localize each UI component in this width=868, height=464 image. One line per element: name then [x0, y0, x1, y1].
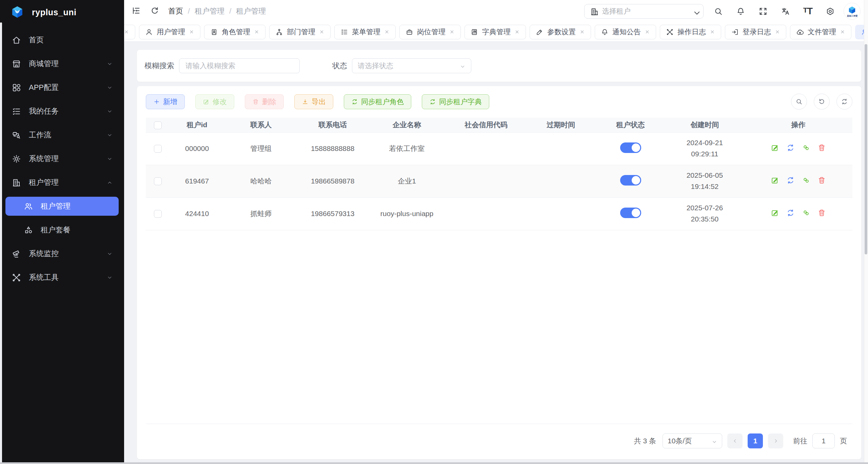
search-circle-button[interactable]: [791, 94, 807, 110]
cell-company: ruoy-plus-uniapp: [368, 197, 446, 230]
sidebar-item-label: 工作流: [29, 130, 107, 140]
toolbar-button-5[interactable]: 同步租户字典: [422, 94, 489, 109]
sidebar-item-4[interactable]: 工作流: [5, 125, 119, 144]
refresh-ccw-circle-button[interactable]: [814, 94, 830, 110]
tab-11[interactable]: 文件管理: [790, 25, 851, 39]
translate-button[interactable]: [781, 7, 790, 16]
page-size-select[interactable]: 10条/页: [663, 433, 722, 448]
dept-icon: [275, 28, 283, 36]
next-page-button[interactable]: [768, 433, 783, 448]
tenant-select-placeholder: 选择租户: [602, 6, 688, 16]
toolbar-button-2[interactable]: 删除: [245, 94, 284, 109]
tab-10[interactable]: 登录日志: [725, 25, 786, 39]
page-scrollbar-thumb[interactable]: [865, 44, 867, 254]
edit-icon[interactable]: [771, 143, 779, 152]
trash-icon[interactable]: [817, 176, 826, 185]
close-icon[interactable]: [645, 29, 650, 35]
close-icon[interactable]: [775, 29, 780, 35]
close-icon[interactable]: [840, 29, 845, 35]
page-unit-label: 页: [840, 436, 847, 446]
login-icon: [731, 28, 739, 36]
sidebar-item-8[interactable]: 系统工具: [5, 268, 119, 287]
fontsize-button[interactable]: TT: [803, 6, 812, 17]
sidebar-item-label: APP配置: [29, 82, 107, 93]
close-icon[interactable]: [319, 29, 324, 35]
refresh-icon[interactable]: [150, 6, 159, 15]
select-all-checkbox[interactable]: [154, 121, 162, 129]
tab-3[interactable]: 部门管理: [269, 25, 331, 39]
tab-0[interactable]: 我发起的: [124, 25, 135, 39]
toolbar-button-0[interactable]: 新增: [146, 94, 185, 109]
current-page-button[interactable]: 1: [748, 433, 763, 448]
row-checkbox[interactable]: [154, 145, 162, 153]
edit-icon[interactable]: [771, 176, 779, 185]
cell-contact: 抓蛙师: [224, 197, 298, 230]
tab-6[interactable]: 字典管理: [465, 25, 526, 39]
sidebar-scrollbar[interactable]: [0, 22, 2, 464]
chev-up-icon: [107, 180, 113, 186]
link-icon[interactable]: [802, 176, 810, 185]
row-checkbox[interactable]: [154, 177, 162, 185]
status-select[interactable]: 请选择状态: [352, 58, 471, 73]
tab-5[interactable]: 岗位管理: [399, 25, 461, 39]
breadcrumb-home[interactable]: 首页: [168, 6, 183, 16]
trash-icon[interactable]: [817, 143, 826, 152]
goto-page-input[interactable]: [812, 433, 835, 448]
tab-9[interactable]: 操作日志: [660, 25, 721, 39]
avatar[interactable]: 若依工作室: [844, 3, 861, 20]
close-icon[interactable]: [254, 29, 259, 35]
app-logo[interactable]: ryplus_uni: [0, 0, 124, 24]
sidebar-item-5[interactable]: 系统管理: [5, 149, 119, 168]
toolbar-button-1[interactable]: 修改: [195, 94, 234, 109]
close-icon[interactable]: [710, 29, 715, 35]
link-icon[interactable]: [802, 143, 810, 152]
expand-button[interactable]: [758, 7, 768, 16]
search-button[interactable]: [714, 7, 723, 16]
breadcrumb: 首页 / 租户管理 / 租户管理: [168, 6, 266, 16]
close-icon[interactable]: [189, 29, 194, 35]
sidebar-item-3[interactable]: 我的任务: [5, 102, 119, 121]
tab-8[interactable]: 通知公告: [595, 25, 656, 39]
tab-4[interactable]: 菜单管理: [334, 25, 396, 39]
bell-button[interactable]: [736, 7, 745, 16]
tab-7[interactable]: 参数设置: [530, 25, 591, 39]
sidebar-collapse-button[interactable]: [132, 6, 141, 17]
close-icon[interactable]: [384, 29, 390, 35]
status-toggle[interactable]: [620, 142, 641, 153]
sidebar-subitem-6-1[interactable]: 租户套餐: [5, 220, 119, 239]
sync-icon[interactable]: [786, 143, 795, 152]
close-icon[interactable]: [579, 29, 585, 35]
close-icon[interactable]: [124, 29, 129, 35]
sidebar-item-2[interactable]: APP配置: [5, 78, 119, 97]
status-toggle[interactable]: [620, 175, 641, 186]
tenant-select[interactable]: 选择租户: [584, 4, 704, 19]
tab-1[interactable]: 用户管理: [139, 25, 200, 39]
link-icon[interactable]: [802, 209, 810, 217]
toolbar-button-3[interactable]: 导出: [294, 94, 333, 109]
sidebar-item-0[interactable]: 首页: [5, 31, 119, 50]
prev-page-button[interactable]: [727, 433, 743, 448]
toolbar-button-4[interactable]: 同步租户角色: [344, 94, 411, 109]
sidebar-item-1[interactable]: 商城管理: [5, 54, 119, 73]
close-icon[interactable]: [449, 29, 455, 35]
sidebar-item-6[interactable]: 租户管理: [5, 173, 119, 192]
sync-circle-button[interactable]: [836, 94, 852, 110]
page-refresh-button[interactable]: [150, 6, 159, 17]
cell-company: 企业1: [368, 165, 446, 197]
nut-button[interactable]: [826, 7, 835, 16]
breadcrumb-tenant[interactable]: 租户管理: [195, 6, 224, 16]
status-toggle[interactable]: [620, 208, 641, 218]
close-icon[interactable]: [514, 29, 520, 35]
sidebar-item-7[interactable]: 系统监控: [5, 244, 119, 263]
edit-icon[interactable]: [771, 209, 779, 217]
sync-icon[interactable]: [786, 176, 795, 185]
building-icon: [12, 178, 21, 188]
fold-icon[interactable]: [132, 6, 141, 15]
sync-icon[interactable]: [786, 209, 795, 217]
fuzzy-search-input[interactable]: [179, 58, 300, 73]
row-checkbox[interactable]: [154, 210, 162, 218]
tab-2[interactable]: 角色管理: [204, 25, 265, 39]
trash-icon[interactable]: [817, 209, 826, 217]
cell-created-time: 2025-06-0519:14:52: [665, 165, 744, 197]
sidebar-subitem-6-0[interactable]: 租户管理: [5, 197, 119, 216]
